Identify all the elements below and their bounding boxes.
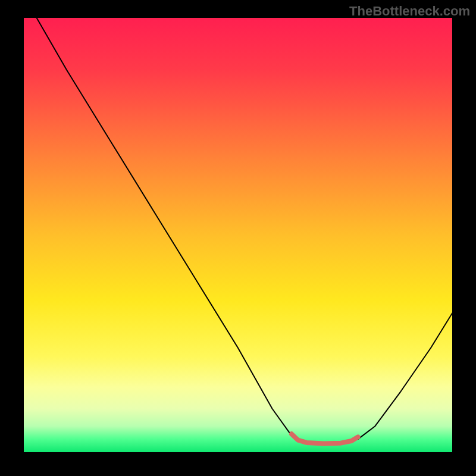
chart-container — [24, 18, 452, 452]
chart-svg — [24, 18, 452, 452]
chart-background — [24, 18, 452, 452]
watermark-text: TheBottleneck.com — [349, 4, 470, 19]
